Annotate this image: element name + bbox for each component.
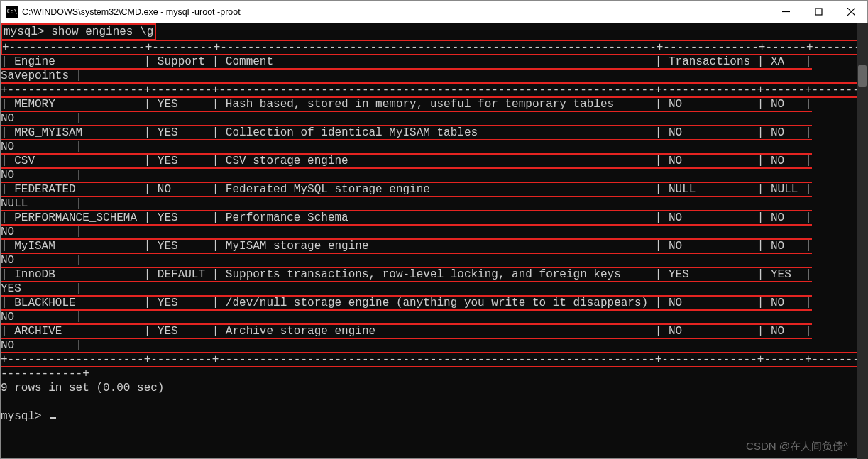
command-highlight: mysql> show engines \g: [1, 23, 156, 40]
cmd-icon: C:\: [6, 6, 18, 18]
watermark: CSDN @在人间负债^: [746, 440, 848, 453]
cmd-window: C:\ C:\WINDOWS\system32\CMD.exe - mysql …: [0, 0, 868, 459]
window-title: C:\WINDOWS\system32\CMD.exe - mysql -uro…: [22, 7, 769, 17]
scrollbar[interactable]: [857, 23, 868, 459]
terminal-output[interactable]: mysql> show engines \g +----------------…: [1, 23, 867, 458]
maximize-button[interactable]: [802, 1, 835, 23]
cursor: [50, 417, 56, 419]
close-button[interactable]: [835, 1, 867, 23]
scrollbar-thumb[interactable]: [858, 65, 867, 87]
table-highlight: +--------------------+---------+--------…: [1, 40, 867, 367]
svg-rect-1: [815, 9, 822, 15]
minimize-button[interactable]: [769, 1, 802, 23]
titlebar[interactable]: C:\ C:\WINDOWS\system32\CMD.exe - mysql …: [1, 1, 867, 23]
